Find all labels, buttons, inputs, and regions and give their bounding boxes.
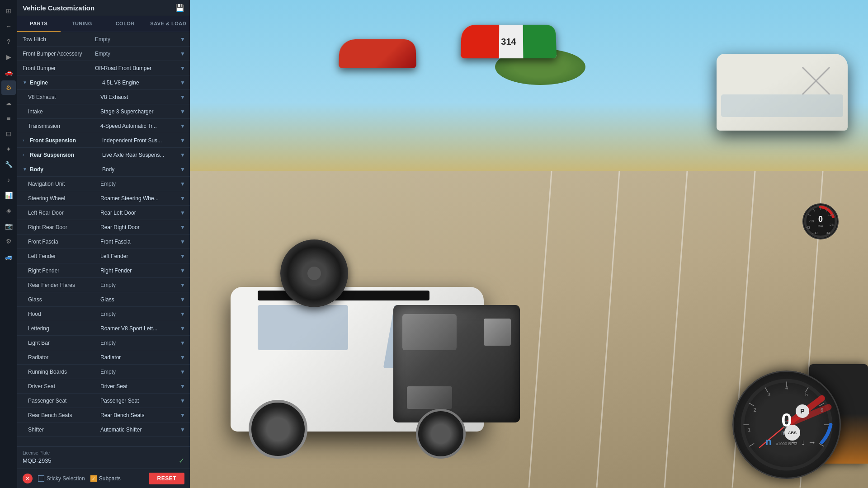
sidebar-icon-back[interactable]: ← — [1, 19, 16, 33]
save-icon[interactable]: 💾 — [175, 4, 184, 12]
dropdown-arrow-right-fender[interactable]: ▼ — [179, 267, 186, 274]
tab-save-load[interactable]: SAVE & LOAD — [147, 16, 190, 32]
expand-icon-body[interactable]: ▼ — [23, 167, 28, 172]
part-row-front-bumper[interactable]: Front Bumper Off-Road Front Bumper ▼ — [17, 61, 190, 75]
part-row-right-fender[interactable]: Right Fender Right Fender ▼ — [17, 263, 190, 278]
panel-content: Vehicle Customization 💾 PARTS TUNING COL… — [17, 0, 190, 488]
sidebar-icon-home[interactable]: ⊞ — [1, 4, 16, 18]
part-row-light-bar[interactable]: Light Bar Empty ▼ — [17, 336, 190, 350]
expand-icon-engine[interactable]: ▼ — [23, 80, 28, 85]
dropdown-arrow-steering-wheel[interactable]: ▼ — [179, 195, 186, 202]
dropdown-arrow-running-boards[interactable]: ▼ — [179, 368, 186, 375]
gear-display: n — [765, 436, 771, 448]
tab-tuning[interactable]: TUNING — [61, 16, 104, 32]
sidebar-icon-chart[interactable]: 📊 — [1, 188, 16, 202]
dropdown-arrow-right-rear-door[interactable]: ▼ — [179, 224, 186, 231]
part-row-lettering[interactable]: Lettering Roamer V8 Sport Lett... ▼ — [17, 321, 190, 336]
part-row-shifter[interactable]: Shifter Automatic Shifter ▼ — [17, 422, 190, 437]
sidebar-icon-play[interactable]: ▶ — [1, 50, 16, 64]
dropdown-arrow-rear-suspension[interactable]: ▼ — [179, 151, 186, 159]
part-row-front-bumper-accessory[interactable]: Front Bumper Accessory Empty ▼ — [17, 47, 190, 61]
part-row-intake[interactable]: Intake Stage 3 Supercharger ▼ — [17, 104, 190, 119]
part-row-left-fender[interactable]: Left Fender Left Fender ▼ — [17, 249, 190, 263]
dropdown-arrow-body[interactable]: ▼ — [179, 166, 186, 173]
part-row-radiator[interactable]: Radiator Radiator ▼ — [17, 350, 190, 365]
sidebar-icon-settings[interactable]: ⚙ — [1, 80, 16, 95]
sidebar-icon-sliders[interactable]: ⊟ — [1, 127, 16, 141]
dropdown-arrow-front-fascia[interactable]: ▼ — [179, 238, 186, 245]
dropdown-arrow-front-bumper[interactable]: ▼ — [179, 65, 186, 72]
dropdown-arrow-intake[interactable]: ▼ — [179, 108, 186, 115]
sticky-selection-checkbox-box[interactable] — [38, 475, 44, 482]
dropdown-arrow-left-rear-door[interactable]: ▼ — [179, 209, 186, 216]
part-row-hood[interactable]: Hood Empty ▼ — [17, 307, 190, 321]
sticky-selection-checkbox[interactable]: Sticky Selection — [38, 475, 85, 482]
sidebar-icon-car[interactable]: 🚗 — [1, 65, 16, 80]
close-button[interactable]: ✕ — [23, 474, 33, 483]
subparts-label: Subparts — [99, 475, 121, 482]
sidebar-icon-nodes[interactable]: ✦ — [1, 142, 16, 156]
dropdown-arrow-hood[interactable]: ▼ — [179, 310, 186, 318]
part-row-transmission[interactable]: Transmission 4-Speed Automatic Tr... ▼ — [17, 119, 190, 133]
dropdown-arrow-driver-seat[interactable]: ▼ — [179, 383, 186, 390]
sidebar-icon-vehicle[interactable]: 🚙 — [1, 249, 16, 264]
sidebar-icon-list[interactable]: ≡ — [1, 111, 16, 126]
dropdown-arrow-v8-exhaust[interactable]: ▼ — [179, 94, 186, 101]
part-row-body[interactable]: ▼ Body Body ▼ — [17, 162, 190, 177]
license-plate-input[interactable] — [23, 457, 90, 464]
reset-button[interactable]: RESET — [149, 473, 184, 484]
confirm-license-icon[interactable]: ✓ — [179, 456, 184, 465]
sidebar-icon-wrench[interactable]: 🔧 — [1, 157, 16, 172]
expand-icon-rear-suspension[interactable]: › — [23, 152, 28, 158]
dropdown-arrow-passenger-seat[interactable]: ▼ — [179, 397, 186, 404]
part-value-shifter: Automatic Shifter — [100, 427, 179, 433]
part-row-v8-exhaust[interactable]: V8 Exhaust V8 Exhaust ▼ — [17, 90, 190, 104]
part-row-left-rear-door[interactable]: Left Rear Door Rear Left Door ▼ — [17, 206, 190, 220]
dropdown-arrow-shifter[interactable]: ▼ — [179, 426, 186, 433]
dropdown-arrow-transmission[interactable]: ▼ — [179, 122, 186, 130]
dropdown-arrow-engine[interactable]: ▼ — [179, 79, 186, 86]
part-value-rear-bench-seats: Rear Bench Seats — [100, 412, 179, 418]
subparts-checkbox-box[interactable]: ✓ — [90, 475, 97, 482]
dropdown-arrow-front-suspension[interactable]: ▼ — [179, 137, 186, 144]
sidebar-icon-cloud[interactable]: ☁ — [1, 96, 16, 110]
subparts-checkbox[interactable]: ✓ Subparts — [90, 475, 121, 482]
dropdown-arrow-left-fender[interactable]: ▼ — [179, 253, 186, 260]
tab-color[interactable]: COLOR — [104, 16, 147, 32]
expand-icon-front-suspension[interactable]: › — [23, 138, 28, 143]
dropdown-arrow-tow-hitch[interactable]: ▼ — [179, 36, 186, 43]
part-value-tow-hitch: Empty — [95, 36, 179, 42]
part-row-rear-suspension[interactable]: › Rear Suspension Live Axle Rear Suspens… — [17, 148, 190, 162]
part-name-glass: Glass — [28, 296, 100, 303]
part-row-navigation-unit[interactable]: Navigation Unit Empty ▼ — [17, 177, 190, 191]
part-row-front-fascia[interactable]: Front Fascia Front Fascia ▼ — [17, 235, 190, 249]
dropdown-arrow-navigation-unit[interactable]: ▼ — [179, 180, 186, 188]
sidebar-icon-help[interactable]: ? — [1, 34, 16, 49]
dropdown-arrow-rear-bench-seats[interactable]: ▼ — [179, 412, 186, 419]
sticky-selection-label: Sticky Selection — [47, 475, 85, 482]
dropdown-arrow-radiator[interactable]: ▼ — [179, 354, 186, 361]
part-row-driver-seat[interactable]: Driver Seat Driver Seat ▼ — [17, 379, 190, 394]
part-row-steering-wheel[interactable]: Steering Wheel Roamer Steering Whe... ▼ — [17, 191, 190, 206]
dropdown-arrow-front-bumper-accessory[interactable]: ▼ — [179, 50, 186, 57]
part-row-glass[interactable]: Glass Glass ▼ — [17, 292, 190, 307]
sidebar-icon-volume[interactable]: ♪ — [1, 173, 16, 187]
part-value-intake: Stage 3 Supercharger — [100, 108, 179, 115]
dropdown-arrow-rear-fender-flares[interactable]: ▼ — [179, 282, 186, 289]
part-row-passenger-seat[interactable]: Passenger Seat Passenger Seat ▼ — [17, 394, 190, 408]
part-row-rear-fender-flares[interactable]: Rear Fender Flares Empty ▼ — [17, 278, 190, 292]
part-row-rear-bench-seats[interactable]: Rear Bench Seats Rear Bench Seats ▼ — [17, 408, 190, 422]
part-row-running-boards[interactable]: Running Boards Empty ▼ — [17, 365, 190, 379]
part-name-transmission: Transmission — [28, 123, 100, 129]
dropdown-arrow-light-bar[interactable]: ▼ — [179, 339, 186, 347]
part-row-front-suspension[interactable]: › Front Suspension Independent Front Sus… — [17, 133, 190, 148]
part-row-right-rear-door[interactable]: Right Rear Door Rear Right Door ▼ — [17, 220, 190, 235]
dropdown-arrow-glass[interactable]: ▼ — [179, 296, 186, 303]
part-row-tow-hitch[interactable]: Tow Hitch Empty ▼ — [17, 32, 190, 47]
sidebar-icon-camera[interactable]: 📷 — [1, 219, 16, 233]
sidebar-icon-cog[interactable]: ⚙ — [1, 234, 16, 249]
part-row-engine[interactable]: ▼ Engine 4.5L V8 Engine ▼ — [17, 75, 190, 90]
sidebar-icon-map[interactable]: ◈ — [1, 203, 16, 218]
tab-parts[interactable]: PARTS — [17, 16, 61, 32]
dropdown-arrow-lettering[interactable]: ▼ — [179, 325, 186, 332]
